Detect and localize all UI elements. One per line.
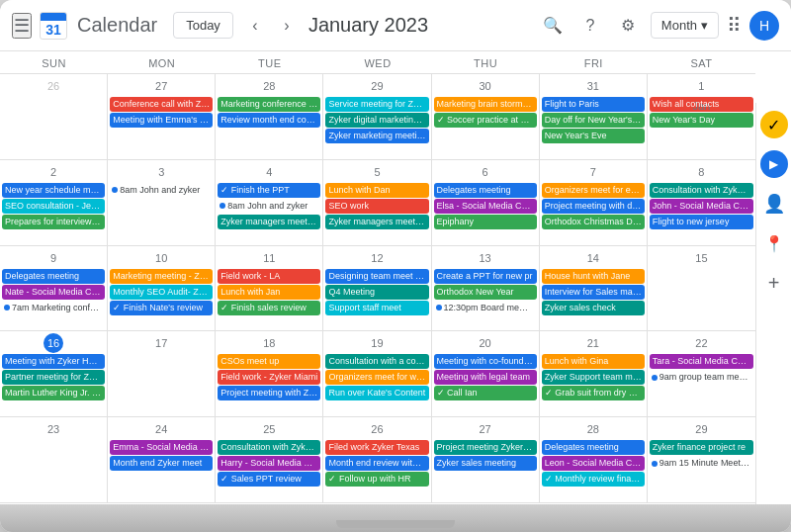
calendar-event[interactable]: Zyker marketing meeting [325,129,428,143]
view-selector[interactable]: Month ▾ [651,12,719,39]
day-cell-2[interactable]: 2New year schedule meetSEO consultation … [0,160,108,246]
calendar-event[interactable]: Monthly SEO Audit- Zyker [110,285,213,300]
calendar-event[interactable]: 8am John and zyker [110,183,213,198]
calendar-event[interactable]: Leon - Social Media Consul [542,456,645,471]
calendar-event[interactable]: Nate - Social Media Consult [2,285,105,300]
calendar-event[interactable]: Q4 Meeting [325,285,428,300]
calendar-event[interactable]: Organizers meet for event [542,183,645,198]
sidebar-icon-meet[interactable]: ▶ [760,150,788,178]
calendar-event[interactable]: Interview for Sales manage [542,285,645,300]
calendar-event[interactable]: Lunch with Gina [542,354,645,369]
calendar-event[interactable]: ✓ Sales PPT review [218,472,320,487]
calendar-event[interactable]: Lunch with Dan [325,183,428,198]
day-cell-28[interactable]: 28Delegates meetingLeon - Social Media C… [540,417,648,503]
help-button[interactable]: ? [575,11,605,41]
calendar-event[interactable]: Consultation with Zyker de [218,440,320,455]
calendar-event[interactable]: ✓ Soccer practice at 5pm [434,113,537,128]
calendar-event[interactable]: Designing team meet - Zylk [325,269,428,284]
day-cell-1-Jan[interactable]: 1 JanWish all contactsNew Year's Day [648,74,755,160]
day-cell-8[interactable]: 8Consultation with Zyker coJohn - Social… [648,160,755,246]
calendar-event[interactable]: Run over Kate's Content [325,386,428,400]
calendar-event[interactable]: Meeting with Zyker HR tea [2,354,105,369]
prev-month-button[interactable]: ‹ [241,12,269,40]
calendar-event[interactable]: Project meeting Zyker Fina [434,440,537,455]
day-cell-16[interactable]: 16Meeting with Zyker HR teaPartner meeti… [0,331,108,417]
calendar-event[interactable]: Marketing conference kicks [218,97,320,112]
calendar-event[interactable]: Martin Luther King Jr. day [2,386,105,400]
calendar-event[interactable]: CSOs meet up [218,354,320,369]
calendar-event[interactable]: Project meeting with digital [542,199,645,214]
apps-icon[interactable]: ⠿ [727,14,742,38]
calendar-event[interactable]: 8am John and zyker [218,199,320,214]
calendar-event[interactable]: New Year's Eve [542,129,645,143]
day-cell-20[interactable]: 20Meeting with co-foundersMeeting with l… [432,331,540,417]
calendar-event[interactable]: Consultation with a comper [325,354,428,369]
calendar-event[interactable]: Orthodox New Year [434,285,537,300]
menu-button[interactable]: ☰ [12,13,32,39]
search-button[interactable]: 🔍 [538,11,568,41]
calendar-event[interactable]: Elsa - Social Media Consult [434,199,537,214]
calendar-event[interactable]: Zyker digital marketing me [325,113,428,128]
calendar-event[interactable]: Filed work Zyker Texas [325,440,428,455]
day-cell-22[interactable]: 22Tara - Social Media Consult9am group t… [648,331,755,417]
day-cell-31[interactable]: 31Flight to ParisDay off for New Year's … [540,74,648,160]
day-cell-13[interactable]: 13Create a PPT for new prOrthodox New Ye… [432,246,540,332]
calendar-event[interactable]: SEO work [325,199,428,214]
day-cell-29[interactable]: 29Zyker finance project re9am 15 Minute … [648,417,755,503]
day-cell-9[interactable]: 9Delegates meetingNate - Social Media Co… [0,246,108,332]
calendar-event[interactable]: ✓ Monthly review finalizing [542,472,645,487]
calendar-event[interactable]: Create a PPT for new pr [434,269,537,284]
calendar-event[interactable]: Marketing meeting - Zyker [110,269,213,284]
calendar-event[interactable]: Consultation with Zyker co [650,183,753,198]
calendar-event[interactable]: 12:30pm Board members [434,301,537,315]
calendar-event[interactable]: ✓ Grab suit from dry clean [542,386,645,400]
day-cell-14[interactable]: 14House hunt with JaneInterview for Sale… [540,246,648,332]
sidebar-add-button[interactable]: + [760,269,788,297]
day-cell-7[interactable]: 7Organizers meet for eventProject meetin… [540,160,648,246]
calendar-event[interactable]: Harry - Social Media Consu [218,456,320,471]
calendar-event[interactable]: SEO consultation - Jenna [2,199,105,214]
calendar-event[interactable]: 7am Marketing conferenc [2,301,105,315]
calendar-event[interactable]: House hunt with Jane [542,269,645,284]
calendar-event[interactable]: Review month end conte [218,113,320,128]
day-cell-17[interactable]: 17 [108,331,216,417]
avatar[interactable]: H [749,11,779,41]
calendar-event[interactable]: New Year's Day [650,113,753,128]
day-cell-29[interactable]: 29Service meeting for Zyker fZyker digit… [323,74,431,160]
calendar-event[interactable]: Zyker finance project re [650,440,753,455]
calendar-event[interactable]: Zyker sales check [542,301,645,315]
calendar-event[interactable]: Organizers meet for worksh [325,370,428,385]
calendar-event[interactable]: Month end Zyker meet [110,456,213,471]
day-cell-26[interactable]: 26Filed work Zyker TexasMonth end review… [323,417,431,503]
day-cell-23[interactable]: 23 [0,417,108,503]
calendar-event[interactable]: Zyker managers meeting [218,215,320,229]
calendar-event[interactable]: New year schedule meet [2,183,105,198]
calendar-event[interactable]: Delegates meeting [2,269,105,284]
calendar-event[interactable]: Zyker sales meeting [434,456,537,471]
calendar-event[interactable]: Lunch with Jan [218,285,320,300]
calendar-event[interactable]: Day off for New Year's Day [542,113,645,128]
calendar-event[interactable]: ✓ Finish the PPT [218,183,320,198]
day-cell-11[interactable]: 11Field work - LALunch with Jan✓ Finish … [216,246,323,332]
calendar-event[interactable]: Flight to Paris [542,97,645,112]
day-cell-27[interactable]: 27Conference call with ZykerMeeting with… [108,74,216,160]
day-cell-4[interactable]: 4✓ Finish the PPT8am John and zykerZyker… [216,160,323,246]
calendar-event[interactable]: Service meeting for Zyker f [325,97,428,112]
calendar-event[interactable]: Wish all contacts [650,97,753,112]
calendar-event[interactable]: Meeting with co-founders [434,354,537,369]
day-cell-6[interactable]: 6Delegates meetingElsa - Social Media Co… [432,160,540,246]
day-cell-3[interactable]: 38am John and zyker [108,160,216,246]
sidebar-icon-maps[interactable]: 📍 [760,229,788,257]
day-cell-21[interactable]: 21Lunch with GinaZyker Support team meet… [540,331,648,417]
day-cell-19[interactable]: 19Consultation with a comperOrganizers m… [323,331,431,417]
day-cell-24[interactable]: 24Emma - Social Media ConsMonth end Zyke… [108,417,216,503]
calendar-event[interactable]: Meeting with Emma's paren [110,113,213,128]
calendar-event[interactable]: Marketing brain storm sess [434,97,537,112]
calendar-event[interactable]: Partner meeting for Zyker I [2,370,105,385]
sidebar-icon-tasks[interactable]: ✓ [760,111,788,138]
calendar-event[interactable]: Support staff meet [325,301,428,315]
day-cell-26[interactable]: 26 [0,74,108,160]
calendar-event[interactable]: Field work - Zyker Miami [218,370,320,385]
day-cell-27[interactable]: 27Project meeting Zyker FinaZyker sales … [432,417,540,503]
day-cell-28[interactable]: 28Marketing conference kicksReview month… [216,74,323,160]
